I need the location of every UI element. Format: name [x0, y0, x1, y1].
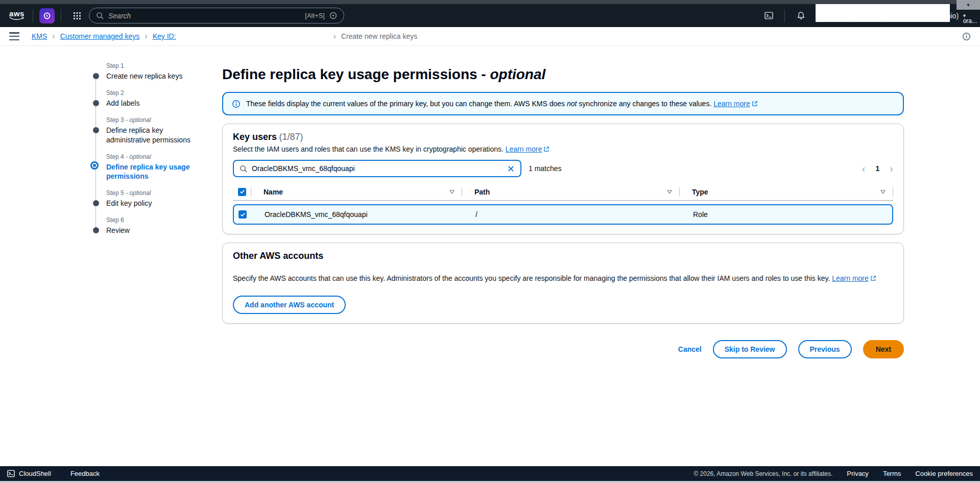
step-4-define-usage-permissions: Step 4 - optional Define replica key usa… — [92, 153, 194, 182]
search-placeholder: Search — [108, 12, 300, 20]
divider — [784, 9, 785, 22]
aws-smile-icon — [9, 17, 25, 21]
column-header-path[interactable]: Path — [462, 183, 680, 200]
table-row[interactable]: OracleDBKMS_vmc_68qfqouapi / Role — [233, 204, 893, 225]
copyright-text: © 2026, Amazon Web Services, Inc. or its… — [694, 470, 832, 477]
kms-service-icon[interactable] — [39, 8, 55, 23]
previous-button[interactable]: Previous — [798, 340, 852, 358]
page-title: Define replica key usage permissions - o… — [222, 66, 904, 83]
info-icon — [232, 100, 241, 108]
key-users-card: Key users (1/87) Select the IAM users an… — [222, 124, 904, 234]
footer-links: © 2026, Amazon Web Services, Inc. or its… — [694, 470, 973, 477]
step-2-add-labels: Step 2 Add labels — [92, 89, 194, 108]
sort-icon — [449, 189, 455, 195]
aws-logo[interactable]: aws — [7, 10, 27, 21]
bell-icon — [797, 11, 805, 20]
search-icon — [240, 165, 247, 173]
search-shortcut-hint: [Alt+S] — [305, 12, 325, 19]
privacy-link[interactable]: Privacy — [847, 470, 869, 477]
external-link-icon — [870, 275, 876, 281]
terminal-icon — [764, 11, 773, 20]
breadcrumb-bar: KMS › Customer managed keys › Key ID: › … — [0, 27, 980, 46]
other-accounts-learn-more-link[interactable]: Learn more — [832, 274, 869, 282]
row-name: OracleDBKMS_vmc_68qfqouapi — [252, 210, 463, 219]
key-users-search[interactable] — [233, 160, 521, 177]
banner-learn-more-link[interactable]: Learn more — [713, 100, 750, 108]
step-done-dot — [93, 73, 99, 79]
breadcrumb-separator: › — [145, 32, 147, 41]
column-header-name[interactable]: Name — [251, 183, 462, 200]
check-icon — [240, 212, 246, 218]
step-title[interactable]: Review — [106, 226, 194, 235]
caret-down-icon: ▼ — [966, 3, 971, 8]
step-active-dot — [92, 163, 97, 168]
breadcrumb-kms[interactable]: KMS — [32, 32, 47, 40]
step-title[interactable]: Define replica key administrative permis… — [106, 126, 194, 145]
step-todo-dot — [93, 227, 99, 233]
table-header: Name Path Type — [233, 183, 893, 201]
key-users-counter: (1/87) — [279, 132, 303, 142]
aws-logo-text: aws — [9, 10, 25, 17]
services-grid-icon[interactable] — [67, 7, 87, 25]
external-link-icon — [543, 146, 549, 152]
skip-to-review-button[interactable]: Skip to Review — [713, 340, 787, 358]
breadcrumb-separator: › — [52, 32, 55, 41]
wizard-actions: Cancel Skip to Review Previous Next — [222, 340, 904, 358]
next-button[interactable]: Next — [863, 340, 904, 358]
table-controls: 1 matches ‹ 1 › — [233, 160, 893, 177]
browser-top-strip — [0, 0, 980, 4]
step-3-define-admin-permissions: Step 3 - optional Define replica key adm… — [92, 116, 194, 145]
page-number[interactable]: 1 — [876, 164, 880, 173]
banner-text: These fields display the current values … — [246, 100, 758, 108]
key-users-title: Key users — [233, 132, 277, 142]
divider — [61, 9, 61, 22]
breadcrumb-customer-managed-keys[interactable]: Customer managed keys — [60, 32, 140, 40]
breadcrumb-key-id[interactable]: Key ID: — [153, 32, 176, 40]
key-users-search-input[interactable] — [252, 164, 503, 173]
cloudshell-label: CloudShell — [19, 470, 51, 477]
key-users-learn-more-link[interactable]: Learn more — [506, 145, 542, 153]
account-menu-redaction — [816, 2, 950, 22]
select-all-checkbox[interactable] — [238, 188, 246, 196]
global-search-input[interactable]: Search [Alt+S] — [89, 8, 344, 23]
cancel-button[interactable]: Cancel — [678, 345, 702, 353]
clear-search-icon[interactable] — [507, 165, 515, 173]
feedback-button[interactable]: Feedback — [70, 470, 100, 477]
step-title[interactable]: Define replica key usage permissions — [106, 162, 194, 182]
step-title[interactable]: Create new replica keys — [106, 71, 194, 81]
cookie-preferences-link[interactable]: Cookie preferences — [915, 470, 973, 477]
cloudshell-button[interactable]: CloudShell — [7, 470, 51, 477]
step-done-dot — [93, 127, 99, 133]
hamburger-menu-icon[interactable] — [9, 32, 19, 40]
step-6-review: Step 6 Review — [92, 216, 194, 235]
row-checkbox[interactable] — [238, 210, 247, 219]
other-accounts-title: Other AWS accounts — [233, 251, 323, 261]
step-todo-dot — [93, 200, 99, 206]
info-icon[interactable] — [962, 32, 971, 41]
step-5-edit-key-policy: Step 5 - optional Edit key policy — [92, 189, 194, 208]
match-count: 1 matches — [529, 164, 562, 173]
search-settings-icon[interactable] — [329, 12, 337, 19]
cloudshell-icon[interactable] — [759, 7, 778, 25]
step-title[interactable]: Edit key policy — [106, 199, 194, 208]
terms-link[interactable]: Terms — [883, 470, 901, 477]
page-prev-icon[interactable]: ‹ — [862, 163, 866, 174]
add-another-aws-account-button[interactable]: Add another AWS account — [233, 296, 346, 314]
step-done-dot — [93, 100, 99, 106]
step-title[interactable]: Add labels — [106, 99, 194, 108]
external-link-icon — [752, 101, 758, 107]
browser-bottom-strip — [0, 481, 980, 483]
pagination: ‹ 1 › — [862, 163, 893, 174]
page-next-icon[interactable]: › — [890, 163, 893, 174]
account-partial-text[interactable]: ora... — [963, 17, 977, 25]
main-content: Define replica key usage permissions - o… — [222, 66, 904, 358]
step-1-create-new-replica-keys: Step 1 Create new replica keys — [92, 62, 194, 81]
browser-scroll-caret[interactable]: ▼ — [957, 0, 980, 10]
sort-icon — [666, 189, 673, 195]
column-header-type[interactable]: Type — [680, 183, 893, 200]
sort-icon — [880, 189, 886, 195]
notifications-bell-icon[interactable] — [791, 7, 810, 25]
breadcrumb-separator: › — [333, 32, 336, 41]
other-aws-accounts-card: Other AWS accounts Specify the AWS accou… — [222, 243, 904, 324]
key-users-description: Select the IAM users and roles that can … — [233, 145, 893, 153]
